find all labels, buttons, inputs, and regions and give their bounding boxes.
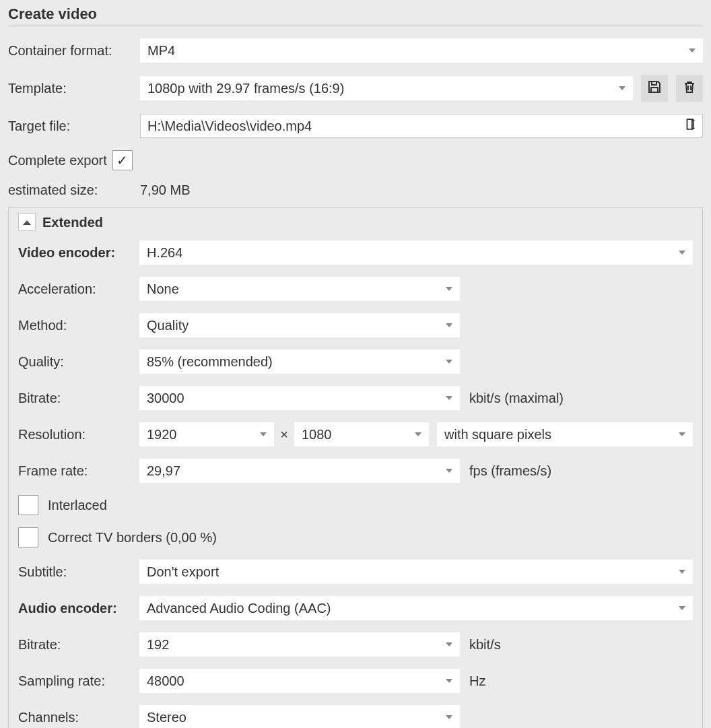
- save-icon: [646, 79, 663, 98]
- template-label: Template:: [8, 81, 140, 96]
- container-format-label: Container format:: [8, 43, 140, 59]
- template-save-button[interactable]: [641, 75, 668, 102]
- estimated-size-value: 7,90 MB: [140, 183, 190, 198]
- trash-icon: [681, 79, 698, 98]
- audio-encoder-label: Audio encoder:: [18, 601, 139, 616]
- audio-bitrate-label: Bitrate:: [18, 637, 139, 653]
- estimated-size-label: estimated size:: [8, 183, 140, 198]
- sampling-rate-select[interactable]: 48000: [139, 669, 460, 693]
- audio-bitrate-suffix: kbit/s: [469, 637, 501, 653]
- quality-label: Quality:: [18, 354, 139, 370]
- browse-icon[interactable]: [683, 117, 698, 135]
- video-bitrate-suffix: kbit/s (maximal): [469, 391, 564, 406]
- frame-rate-select[interactable]: 29,97: [139, 459, 460, 483]
- video-bitrate-select[interactable]: 30000: [139, 386, 460, 410]
- channels-select[interactable]: Stereo: [139, 705, 460, 728]
- pixel-aspect-select[interactable]: with square pixels: [437, 422, 693, 446]
- sampling-rate-label: Sampling rate:: [18, 673, 139, 689]
- interlaced-checkbox[interactable]: [18, 495, 38, 515]
- frame-rate-suffix: fps (frames/s): [469, 463, 551, 479]
- acceleration-select[interactable]: None: [139, 277, 460, 301]
- channels-label: Channels:: [18, 710, 139, 725]
- tv-borders-checkbox[interactable]: [18, 527, 38, 548]
- template-select[interactable]: 1080p with 29.97 frames/s (16:9): [140, 76, 633, 100]
- template-delete-button[interactable]: [676, 75, 703, 102]
- resolution-height-select[interactable]: 1080: [294, 422, 429, 446]
- video-encoder-select[interactable]: H.264: [139, 240, 693, 265]
- create-video-panel: Create video Container format: MP4 Templ…: [0, 0, 711, 728]
- target-file-label: Target file:: [8, 119, 140, 134]
- video-bitrate-label: Bitrate:: [18, 391, 139, 406]
- method-select[interactable]: Quality: [139, 313, 460, 337]
- tv-borders-label: Correct TV borders (0,00 %): [48, 530, 217, 545]
- resolution-width-select[interactable]: 1920: [139, 422, 274, 446]
- video-encoder-label: Video encoder:: [18, 245, 139, 261]
- panel-title: Create video: [8, 5, 703, 26]
- subtitle-label: Subtitle:: [18, 564, 139, 580]
- resolution-label: Resolution:: [18, 427, 139, 442]
- extended-group: Extended Video encoder: H.264 Accelerati…: [8, 207, 703, 728]
- method-label: Method:: [18, 318, 139, 333]
- acceleration-label: Acceleration:: [18, 282, 139, 297]
- interlaced-label: Interlaced: [48, 498, 107, 513]
- frame-rate-label: Frame rate:: [18, 463, 139, 479]
- sampling-rate-suffix: Hz: [469, 673, 485, 689]
- container-format-select[interactable]: MP4: [140, 38, 703, 63]
- audio-encoder-select[interactable]: Advanced Audio Coding (AAC): [139, 596, 693, 620]
- audio-bitrate-select[interactable]: 192: [139, 632, 460, 657]
- extended-header: Extended: [42, 215, 103, 230]
- target-file-input[interactable]: H:\Media\Videos\video.mp4: [140, 114, 703, 138]
- quality-select[interactable]: 85% (recommended): [139, 350, 460, 374]
- extended-collapse-button[interactable]: [18, 213, 36, 231]
- complete-export-checkbox[interactable]: [112, 150, 133, 170]
- complete-export-label: Complete export: [8, 153, 107, 168]
- subtitle-select[interactable]: Don't export: [139, 560, 693, 584]
- resolution-sep: ×: [274, 427, 294, 442]
